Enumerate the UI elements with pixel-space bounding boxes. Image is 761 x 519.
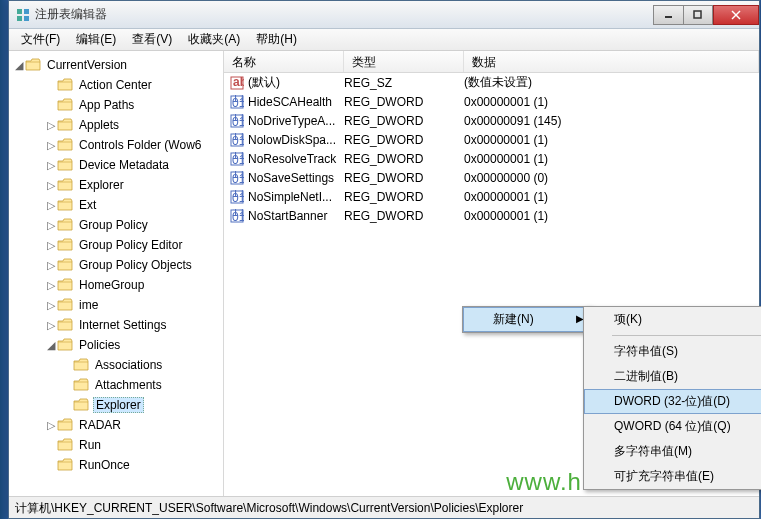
tree-item[interactable]: ▷Group Policy (9, 215, 223, 235)
tree-item[interactable]: ▷ime (9, 295, 223, 315)
menu-edit[interactable]: 编辑(E) (68, 29, 124, 50)
tree-item[interactable]: Attachments (9, 375, 223, 395)
tree-item[interactable]: Action Center (9, 75, 223, 95)
expand-icon[interactable]: ▷ (45, 279, 57, 292)
menu-help[interactable]: 帮助(H) (248, 29, 305, 50)
tree-item[interactable]: ▷Group Policy Editor (9, 235, 223, 255)
close-button[interactable] (713, 5, 759, 25)
value-type: REG_DWORD (344, 133, 464, 147)
tree-label: Controls Folder (Wow6 (77, 138, 203, 152)
tree-item[interactable]: ▷Explorer (9, 175, 223, 195)
tree-root[interactable]: ◢CurrentVersion (9, 55, 223, 75)
value-data: 0x00000001 (1) (464, 95, 759, 109)
reg-value-icon: 110011 (230, 190, 244, 204)
ctx-sub-item[interactable]: 二进制值(B) (584, 364, 761, 389)
expand-icon[interactable]: ▷ (45, 239, 57, 252)
expand-icon[interactable]: ▷ (45, 259, 57, 272)
ctx-sub-item[interactable]: 字符串值(S) (584, 339, 761, 364)
tree-item[interactable]: Associations (9, 355, 223, 375)
expand-icon[interactable]: ▷ (45, 199, 57, 212)
expand-icon[interactable]: ▷ (45, 299, 57, 312)
ctx-sub-item[interactable]: QWORD (64 位)值(Q) (584, 414, 761, 439)
context-menu[interactable]: 新建(N) ▶ 项(K)字符串值(S)二进制值(B)DWORD (32-位)值(… (462, 306, 592, 333)
expand-icon[interactable]: ▷ (45, 159, 57, 172)
expand-icon[interactable] (61, 399, 73, 411)
tree-item[interactable]: Run (9, 435, 223, 455)
minimize-button[interactable] (653, 5, 683, 25)
tree-item[interactable]: ▷Applets (9, 115, 223, 135)
expand-icon[interactable] (61, 379, 73, 391)
list-row[interactable]: 110011NoResolveTrackREG_DWORD0x00000001 … (224, 149, 759, 168)
expand-icon[interactable]: ▷ (45, 219, 57, 232)
ctx-new[interactable]: 新建(N) ▶ (463, 307, 591, 332)
tree-item[interactable]: App Paths (9, 95, 223, 115)
tree-item[interactable]: ▷Internet Settings (9, 315, 223, 335)
tree-item[interactable]: ◢Policies (9, 335, 223, 355)
expand-icon[interactable]: ▷ (45, 139, 57, 152)
ctx-sub-item[interactable]: 多字符串值(M) (584, 439, 761, 464)
expand-icon[interactable]: ▷ (45, 119, 57, 132)
value-name: NoSaveSettings (248, 171, 334, 185)
list-row[interactable]: 110011HideSCAHealthREG_DWORD0x00000001 (… (224, 92, 759, 111)
folder-icon (57, 298, 73, 312)
tree-label: App Paths (77, 98, 136, 112)
tree-item[interactable]: RunOnce (9, 455, 223, 475)
value-type: REG_DWORD (344, 152, 464, 166)
expand-icon[interactable]: ▷ (45, 319, 57, 332)
list-row[interactable]: 110011NoDriveTypeA...REG_DWORD0x00000091… (224, 111, 759, 130)
list-row[interactable]: ab(默认)REG_SZ(数值未设置) (224, 73, 759, 92)
list-panel[interactable]: 名称 类型 数据 ab(默认)REG_SZ(数值未设置)110011HideSC… (224, 51, 759, 496)
menu-favorites[interactable]: 收藏夹(A) (180, 29, 248, 50)
tree-panel[interactable]: ◢CurrentVersion Action Center App Paths▷… (9, 51, 224, 496)
reg-value-icon: 110011 (230, 152, 244, 166)
ctx-sub-item[interactable]: 项(K) (584, 307, 761, 332)
svg-rect-1 (24, 9, 29, 14)
menu-file[interactable]: 文件(F) (13, 29, 68, 50)
expand-icon[interactable] (45, 79, 57, 91)
content-area: ◢CurrentVersion Action Center App Paths▷… (9, 51, 759, 496)
tree-label: Group Policy (77, 218, 150, 232)
titlebar[interactable]: 注册表编辑器 (9, 1, 759, 29)
list-row[interactable]: 110011NoStartBannerREG_DWORD0x00000001 (… (224, 206, 759, 225)
window-title: 注册表编辑器 (35, 6, 653, 23)
col-header-type[interactable]: 类型 (344, 51, 464, 72)
collapse-icon[interactable]: ◢ (13, 59, 25, 72)
svg-text:011: 011 (232, 153, 244, 166)
value-type: REG_DWORD (344, 209, 464, 223)
col-header-data[interactable]: 数据 (464, 51, 759, 72)
expand-icon[interactable] (45, 459, 57, 471)
folder-icon (57, 418, 73, 432)
tree-label: Explorer (77, 178, 126, 192)
tree-item[interactable]: ▷RADAR (9, 415, 223, 435)
status-path: 计算机\HKEY_CURRENT_USER\Software\Microsoft… (15, 501, 523, 515)
tree-item[interactable]: ▷HomeGroup (9, 275, 223, 295)
expand-icon[interactable]: ◢ (45, 339, 57, 352)
reg-value-icon: 110011 (230, 209, 244, 223)
list-row[interactable]: 110011NoSaveSettingsREG_DWORD0x00000000 … (224, 168, 759, 187)
tree-item[interactable]: ▷Controls Folder (Wow6 (9, 135, 223, 155)
ctx-sub-item[interactable]: 可扩充字符串值(E) (584, 464, 761, 489)
tree-item[interactable]: ▷Ext (9, 195, 223, 215)
tree-label: Internet Settings (77, 318, 168, 332)
list-row[interactable]: 110011NoSimpleNetI...REG_DWORD0x00000001… (224, 187, 759, 206)
ctx-sub-item[interactable]: DWORD (32-位)值(D) (584, 389, 761, 414)
expand-icon[interactable] (61, 359, 73, 371)
expand-icon[interactable]: ▷ (45, 179, 57, 192)
folder-icon (73, 398, 89, 412)
context-submenu[interactable]: 项(K)字符串值(S)二进制值(B)DWORD (32-位)值(D)QWORD … (583, 306, 761, 490)
value-data: 0x00000001 (1) (464, 190, 759, 204)
col-header-name[interactable]: 名称 (224, 51, 344, 72)
maximize-button[interactable] (683, 5, 713, 25)
value-data: (数值未设置) (464, 74, 759, 91)
expand-icon[interactable] (45, 439, 57, 451)
list-row[interactable]: 110011NolowDiskSpa...REG_DWORD0x00000001… (224, 130, 759, 149)
expand-icon[interactable]: ▷ (45, 419, 57, 432)
reg-value-icon: 110011 (230, 95, 244, 109)
tree-item[interactable]: ▷Group Policy Objects (9, 255, 223, 275)
expand-icon[interactable] (45, 99, 57, 111)
menu-view[interactable]: 查看(V) (124, 29, 180, 50)
folder-icon (57, 338, 73, 352)
tree-item[interactable]: ▷Device Metadata (9, 155, 223, 175)
folder-icon (57, 218, 73, 232)
tree-item[interactable]: Explorer (9, 395, 223, 415)
